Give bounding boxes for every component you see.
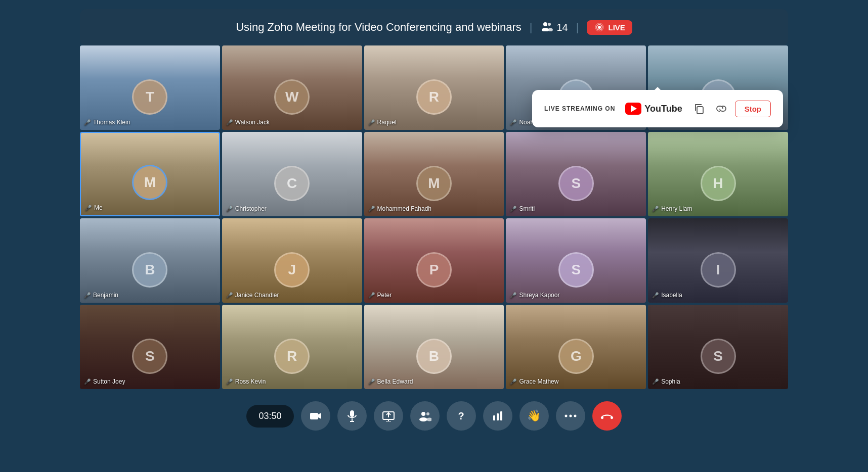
video-cell-smriti: S 🎤 Smriti — [506, 132, 646, 216]
video-cell-isabella: I 🎤 Isabella — [648, 218, 788, 303]
divider-2: | — [576, 21, 579, 34]
svg-point-0 — [543, 22, 547, 26]
live-streaming-popup: LIVE STREAMING ON YouTube Stop — [532, 90, 783, 127]
mic-icon-bella: 🎤 — [368, 379, 375, 385]
divider-1: | — [530, 21, 533, 34]
name-raquel: 🎤 Raquel — [368, 119, 397, 126]
video-cell-benjamin: B 🎤 Benjamin — [80, 218, 220, 303]
mic-icon-sophia: 🎤 — [652, 379, 659, 385]
end-call-button[interactable] — [592, 401, 622, 431]
mic-icon-thomas: 🎤 — [84, 119, 91, 126]
video-cell-janice: J 🎤 Janice Chandler — [222, 218, 362, 303]
polls-button[interactable] — [483, 401, 512, 431]
svg-point-3 — [548, 28, 553, 31]
svg-rect-10 — [350, 410, 354, 417]
name-watson: 🎤 Watson Jack — [226, 119, 270, 126]
name-peter: 🎤 Peter — [368, 292, 392, 299]
name-ross: 🎤 Ross Kevin — [226, 378, 266, 385]
video-cell-christopher: C 🎤 Christopher — [222, 132, 362, 216]
live-badge[interactable]: LIVE — [587, 20, 632, 35]
name-me: 🎤 Me — [85, 204, 103, 211]
name-christopher: 🎤 Christopher — [226, 205, 267, 212]
participants-icon — [541, 21, 553, 34]
svg-rect-7 — [697, 107, 703, 114]
mic-icon-isabella: 🎤 — [652, 292, 659, 299]
svg-point-4 — [598, 26, 601, 29]
participant-count: 14 — [557, 22, 568, 33]
video-cell-thomas: T 🎤 Thomas Klein — [80, 45, 220, 130]
mic-icon-smriti: 🎤 — [510, 206, 517, 212]
video-cell-sutton: S 🎤 Sutton Joey — [80, 305, 220, 389]
toolbar: 03:50 ? — [80, 393, 788, 439]
svg-rect-27 — [600, 416, 604, 419]
mic-icon-sutton: 🎤 — [84, 379, 91, 385]
svg-point-1 — [542, 28, 549, 31]
svg-rect-21 — [493, 415, 495, 420]
video-cell-ross: R 🎤 Ross Kevin — [222, 305, 362, 389]
svg-point-24 — [565, 415, 567, 417]
name-sophia: 🎤 Sophia — [652, 378, 680, 385]
video-cell-me: M 🎤 Me — [80, 132, 220, 216]
copy-link-button[interactable] — [690, 100, 708, 117]
mic-icon-benjamin: 🎤 — [84, 292, 91, 299]
video-cell-grace: G 🎤 Grace Mathew — [506, 305, 646, 389]
qa-button[interactable]: ? — [447, 401, 476, 431]
youtube-text: YouTube — [644, 104, 682, 114]
video-cell-bella: B 🎤 Bella Edward — [364, 305, 504, 389]
share-screen-button[interactable] — [374, 401, 403, 431]
mic-icon-me: 🎤 — [85, 205, 92, 211]
svg-point-2 — [548, 23, 551, 26]
name-janice: 🎤 Janice Chandler — [226, 292, 279, 299]
svg-rect-8 — [310, 413, 318, 419]
video-cell-mohammed: M 🎤 Mohammed Fahadh — [364, 132, 504, 216]
mic-icon-peter: 🎤 — [368, 292, 375, 299]
mic-icon-janice: 🎤 — [226, 292, 233, 299]
participant-count-area: 14 — [541, 21, 568, 34]
youtube-logo: YouTube — [625, 103, 682, 115]
mic-icon-henry: 🎤 — [652, 206, 659, 212]
mic-icon-mohammed: 🎤 — [368, 206, 375, 212]
svg-rect-22 — [497, 413, 499, 420]
mic-icon-noah: 🎤 — [510, 119, 517, 126]
mic-icon-grace: 🎤 — [510, 379, 517, 385]
popup-label: LIVE STREAMING ON — [544, 105, 615, 112]
reactions-button[interactable]: 👋 — [519, 401, 549, 431]
svg-point-25 — [569, 415, 572, 417]
share-link-button[interactable] — [713, 100, 730, 117]
meeting-title: Using Zoho Meeting for Video Conferencin… — [236, 21, 522, 34]
youtube-icon — [625, 103, 641, 115]
name-sutton: 🎤 Sutton Joey — [84, 378, 125, 385]
name-benjamin: 🎤 Benjamin — [84, 292, 118, 299]
live-label: LIVE — [608, 23, 625, 32]
video-cell-watson: W 🎤 Watson Jack — [222, 45, 362, 130]
participants-button[interactable] — [410, 401, 440, 431]
camera-button[interactable] — [301, 401, 330, 431]
header-bar: Using Zoho Meeting for Video Conferencin… — [80, 9, 788, 45]
mic-icon-ross: 🎤 — [226, 379, 233, 385]
name-shreya: 🎤 Shreya Kapoor — [510, 292, 559, 299]
popup-actions: Stop — [690, 100, 771, 117]
svg-point-17 — [421, 412, 425, 416]
stop-button[interactable]: Stop — [735, 101, 771, 117]
more-button[interactable] — [556, 401, 585, 431]
mic-icon-raquel: 🎤 — [368, 119, 375, 126]
svg-point-19 — [426, 412, 429, 415]
microphone-button[interactable] — [337, 401, 367, 431]
svg-rect-28 — [610, 416, 614, 419]
name-mohammed: 🎤 Mohammed Fahadh — [368, 205, 431, 212]
video-cell-henry: H 🎤 Henry Liam — [648, 132, 788, 216]
video-cell-raquel: R 🎤 Raquel — [364, 45, 504, 130]
name-henry: 🎤 Henry Liam — [652, 205, 692, 212]
name-thomas: 🎤 Thomas Klein — [84, 119, 130, 126]
name-smriti: 🎤 Smriti — [510, 205, 535, 212]
video-cell-sophia: S 🎤 Sophia — [648, 305, 788, 389]
video-cell-shreya: S 🎤 Shreya Kapoor — [506, 218, 646, 303]
mic-icon-shreya: 🎤 — [510, 292, 517, 299]
mic-icon-watson: 🎤 — [226, 119, 233, 126]
video-cell-peter: P 🎤 Peter — [364, 218, 504, 303]
svg-marker-9 — [318, 413, 321, 419]
name-bella: 🎤 Bella Edward — [368, 378, 413, 385]
video-area-wrapper: LIVE STREAMING ON YouTube Stop — [80, 45, 788, 389]
mic-icon-christopher: 🎤 — [226, 206, 233, 212]
name-grace: 🎤 Grace Mathew — [510, 378, 558, 385]
